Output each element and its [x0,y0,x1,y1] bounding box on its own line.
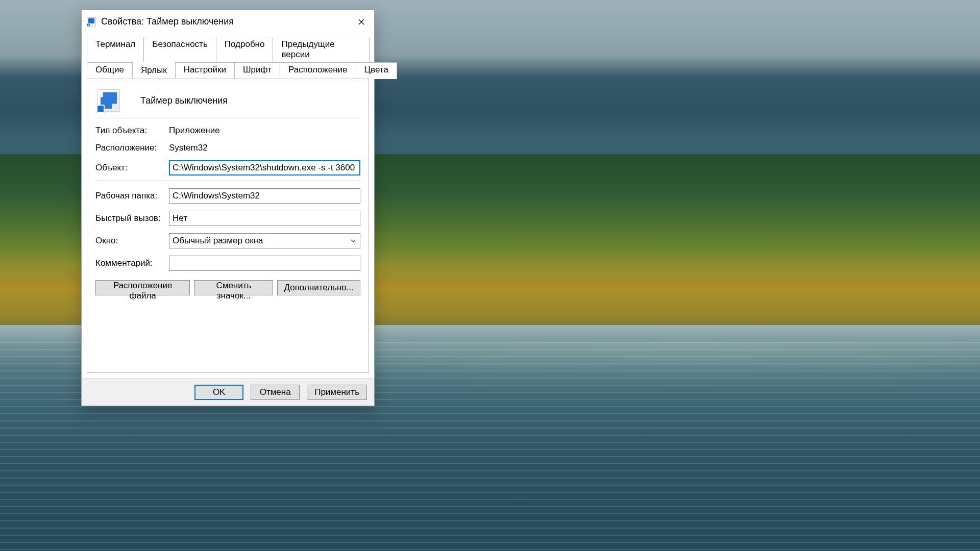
label-type: Тип объекта: [95,126,165,136]
apply-button[interactable]: Применить [307,385,367,400]
separator [95,118,360,118]
tab-label: Предыдущие версии [281,39,334,59]
tab-label: Ярлык [141,65,167,75]
value-location: System32 [169,143,360,153]
tab-label: Настройки [184,65,226,74]
advanced-button[interactable]: Дополнительно... [277,280,360,295]
button-label: Применить [314,387,359,397]
open-file-location-button[interactable]: Расположение файла [95,280,190,295]
shortcut-large-icon [97,89,120,112]
run-select[interactable] [169,233,360,248]
label-comment: Комментарий: [95,258,165,268]
button-label: Расположение файла [113,281,173,300]
tab-label: Расположение [288,65,348,74]
label-hotkey: Быстрый вызов: [95,213,165,223]
tab-previous[interactable]: Предыдущие версии [273,37,370,62]
tab-shortcut[interactable]: Ярлык [132,62,176,79]
tab-layout[interactable]: Расположение [280,62,356,79]
tab-panel-shortcut: Таймер выключения Тип объекта: Приложени… [87,79,369,373]
close-button[interactable] [350,10,373,33]
label-startin: Рабочая папка: [95,191,165,201]
label-run: Окно: [95,236,165,246]
dialog-footer: OK Отмена Применить [82,378,374,406]
tab-label: Подробно [225,39,265,49]
button-label: Отмена [260,387,291,397]
label-location: Расположение: [95,143,165,153]
tab-strip: Терминал Безопасность Подробно Предыдущи… [82,33,374,79]
close-icon [358,19,364,25]
change-icon-button[interactable]: Сменить значок... [194,280,273,295]
shortcut-name: Таймер выключения [140,95,228,106]
tab-label: Цвета [364,65,388,74]
value-type: Приложение [169,126,360,136]
hotkey-input[interactable] [169,211,360,226]
startin-input[interactable] [169,188,360,204]
tab-colors[interactable]: Цвета [356,62,397,79]
tab-label: Общие [95,65,124,74]
svg-rect-1 [88,18,94,23]
window-title: Свойства: Таймер выключения [101,16,350,27]
tab-settings[interactable]: Настройки [175,62,235,79]
tab-security[interactable]: Безопасность [143,37,216,62]
button-label: Сменить значок... [216,281,251,300]
label-target: Объект: [95,163,165,173]
tab-details[interactable]: Подробно [216,37,274,62]
titlebar: Свойства: Таймер выключения [82,10,374,33]
tab-terminal[interactable]: Терминал [87,37,144,62]
tab-label: Терминал [95,39,135,49]
properties-dialog: Свойства: Таймер выключения Терминал Без… [81,10,375,406]
shortcut-file-icon [87,17,96,27]
button-label: Дополнительно... [284,283,354,292]
separator [95,181,360,181]
button-label: OK [213,387,226,397]
cancel-button[interactable]: Отмена [251,385,300,400]
tab-font[interactable]: Шрифт [234,62,280,79]
tab-label: Безопасность [152,39,207,49]
target-input[interactable] [169,160,360,176]
tab-label: Шрифт [243,65,272,74]
ok-button[interactable]: OK [194,385,243,400]
tab-general[interactable]: Общие [87,62,133,79]
comment-input[interactable] [169,256,360,271]
